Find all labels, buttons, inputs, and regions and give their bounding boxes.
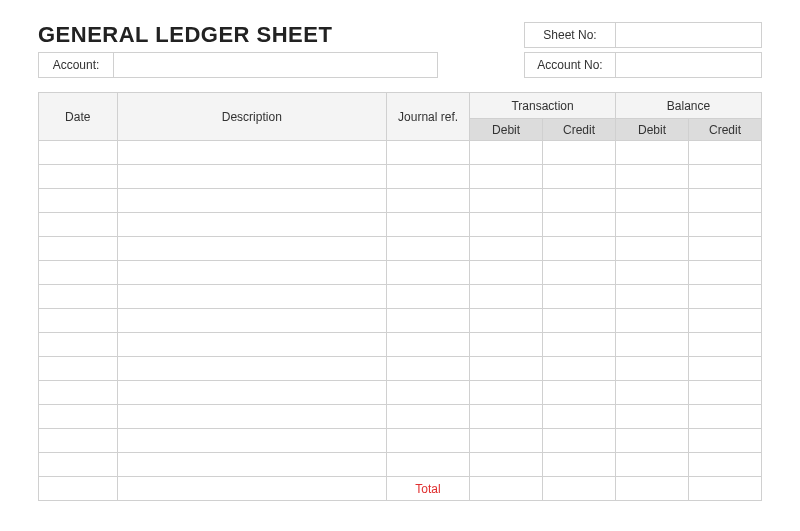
cell-t_credit[interactable] (543, 453, 616, 477)
cell-date[interactable] (39, 165, 118, 189)
cell-b_debit[interactable] (616, 141, 689, 165)
cell-b_credit[interactable] (688, 213, 761, 237)
cell-b_debit[interactable] (616, 165, 689, 189)
cell-description[interactable] (117, 213, 386, 237)
cell-date[interactable] (39, 357, 118, 381)
cell-b_credit[interactable] (688, 309, 761, 333)
cell-t_debit[interactable] (470, 165, 543, 189)
cell-ref[interactable] (387, 261, 470, 285)
cell-description[interactable] (117, 261, 386, 285)
cell-description[interactable] (117, 309, 386, 333)
cell-description[interactable] (117, 333, 386, 357)
cell-b_debit[interactable] (616, 333, 689, 357)
cell-date[interactable] (39, 405, 118, 429)
cell-t_credit[interactable] (543, 237, 616, 261)
cell-ref[interactable] (387, 165, 470, 189)
cell-b_debit[interactable] (616, 309, 689, 333)
cell-b_debit[interactable] (616, 285, 689, 309)
cell-b_debit[interactable] (616, 261, 689, 285)
cell-date[interactable] (39, 237, 118, 261)
cell-ref[interactable] (387, 381, 470, 405)
cell-description[interactable] (117, 405, 386, 429)
cell-ref[interactable] (387, 213, 470, 237)
cell-t_credit[interactable] (543, 189, 616, 213)
cell-b_credit[interactable] (688, 261, 761, 285)
cell-ref[interactable] (387, 237, 470, 261)
account-input[interactable] (113, 53, 437, 77)
cell-t_debit[interactable] (470, 213, 543, 237)
total-balance-debit[interactable] (616, 477, 689, 501)
cell-description[interactable] (117, 429, 386, 453)
cell-date[interactable] (39, 429, 118, 453)
cell-ref[interactable] (387, 429, 470, 453)
cell-t_debit[interactable] (470, 285, 543, 309)
account-no-input[interactable] (615, 53, 761, 77)
cell-b_credit[interactable] (688, 381, 761, 405)
cell-ref[interactable] (387, 453, 470, 477)
cell-b_debit[interactable] (616, 453, 689, 477)
cell-t_credit[interactable] (543, 285, 616, 309)
cell-description[interactable] (117, 189, 386, 213)
cell-date[interactable] (39, 333, 118, 357)
cell-date[interactable] (39, 189, 118, 213)
total-transaction-debit[interactable] (470, 477, 543, 501)
cell-b_credit[interactable] (688, 333, 761, 357)
cell-b_credit[interactable] (688, 429, 761, 453)
cell-date[interactable] (39, 213, 118, 237)
cell-date[interactable] (39, 309, 118, 333)
cell-description[interactable] (117, 453, 386, 477)
cell-b_credit[interactable] (688, 285, 761, 309)
cell-date[interactable] (39, 381, 118, 405)
cell-t_credit[interactable] (543, 261, 616, 285)
cell-b_debit[interactable] (616, 405, 689, 429)
cell-t_debit[interactable] (470, 333, 543, 357)
cell-description[interactable] (117, 141, 386, 165)
cell-b_debit[interactable] (616, 357, 689, 381)
cell-t_credit[interactable] (543, 405, 616, 429)
cell-ref[interactable] (387, 405, 470, 429)
cell-ref[interactable] (387, 333, 470, 357)
cell-ref[interactable] (387, 309, 470, 333)
cell-date[interactable] (39, 285, 118, 309)
cell-t_debit[interactable] (470, 237, 543, 261)
cell-t_debit[interactable] (470, 141, 543, 165)
cell-t_credit[interactable] (543, 333, 616, 357)
cell-ref[interactable] (387, 285, 470, 309)
cell-t_credit[interactable] (543, 165, 616, 189)
cell-t_credit[interactable] (543, 309, 616, 333)
cell-t_debit[interactable] (470, 261, 543, 285)
cell-b_credit[interactable] (688, 141, 761, 165)
cell-b_debit[interactable] (616, 237, 689, 261)
cell-t_debit[interactable] (470, 309, 543, 333)
cell-b_debit[interactable] (616, 189, 689, 213)
sheet-no-input[interactable] (615, 23, 761, 47)
cell-t_credit[interactable] (543, 213, 616, 237)
cell-date[interactable] (39, 141, 118, 165)
total-balance-credit[interactable] (688, 477, 761, 501)
cell-b_debit[interactable] (616, 381, 689, 405)
cell-b_credit[interactable] (688, 453, 761, 477)
cell-b_debit[interactable] (616, 213, 689, 237)
cell-t_credit[interactable] (543, 357, 616, 381)
cell-description[interactable] (117, 381, 386, 405)
cell-t_debit[interactable] (470, 189, 543, 213)
cell-date[interactable] (39, 261, 118, 285)
cell-b_credit[interactable] (688, 357, 761, 381)
cell-description[interactable] (117, 165, 386, 189)
cell-b_debit[interactable] (616, 429, 689, 453)
cell-description[interactable] (117, 237, 386, 261)
cell-b_credit[interactable] (688, 165, 761, 189)
total-transaction-credit[interactable] (543, 477, 616, 501)
cell-description[interactable] (117, 285, 386, 309)
cell-date[interactable] (39, 453, 118, 477)
cell-ref[interactable] (387, 141, 470, 165)
cell-t_debit[interactable] (470, 357, 543, 381)
cell-t_debit[interactable] (470, 429, 543, 453)
cell-t_debit[interactable] (470, 381, 543, 405)
cell-b_credit[interactable] (688, 237, 761, 261)
cell-t_credit[interactable] (543, 141, 616, 165)
cell-t_credit[interactable] (543, 381, 616, 405)
cell-ref[interactable] (387, 357, 470, 381)
cell-b_credit[interactable] (688, 405, 761, 429)
cell-t_credit[interactable] (543, 429, 616, 453)
